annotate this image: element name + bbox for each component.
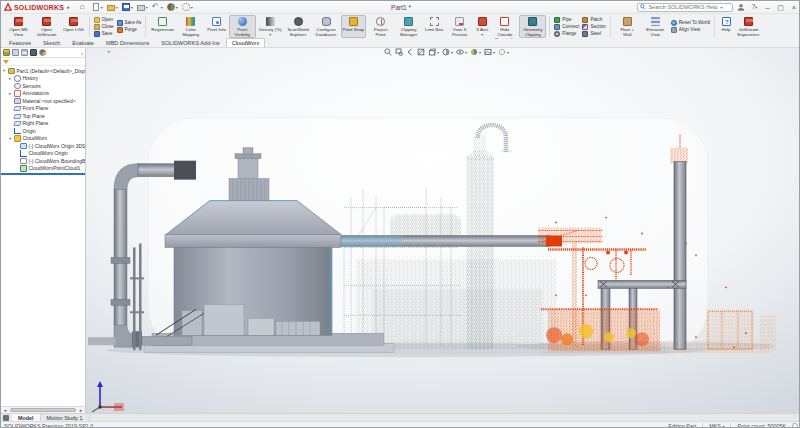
view-settings-icon[interactable]: ▾ <box>498 48 509 56</box>
view-orientation-icon[interactable]: ▾ <box>428 48 439 56</box>
featuremanager-tree-tab[interactable] <box>3 49 10 56</box>
display-style-icon[interactable]: ▾ <box>442 48 453 56</box>
ribbon-scanworld-explorer-button[interactable]: ScanWorld Explorer <box>285 15 312 38</box>
dimxpertmanager-tab[interactable] <box>30 49 37 56</box>
ribbon-save-as-button[interactable]: Save As <box>116 20 143 26</box>
tab-solidworks-add-ins[interactable]: SOLIDWORKS Add-Ins <box>155 38 225 47</box>
zoom-area-icon[interactable] <box>395 48 403 56</box>
ribbon-color-mapping-button[interactable]: Color Mapping <box>177 15 204 38</box>
ribbon-limit-box-button[interactable]: Limit Box <box>423 15 445 38</box>
ribbon-clipping-manager-button[interactable]: Clipping Manager <box>395 15 422 38</box>
ribbon-open-jetstream-button[interactable]: Open JetStream <box>33 15 60 38</box>
ribbon-save-button[interactable]: Save <box>93 31 115 37</box>
configurationmanager-tab[interactable] <box>21 49 28 56</box>
options-button[interactable]: ▾ <box>182 3 193 11</box>
tree-item-cloudworx-folder[interactable]: ▾CloudWorx <box>1 135 85 143</box>
close-button[interactable]: × <box>790 3 798 12</box>
ribbon-help-button[interactable]: Help <box>718 15 734 38</box>
tree-item-part-root[interactable]: ▾Part1 (Default<<Default>_Display Sta <box>1 67 85 75</box>
apply-scene-icon[interactable]: ▾ <box>484 48 495 56</box>
search-input[interactable] <box>648 4 718 10</box>
tab-evaluate[interactable]: Evaluate <box>66 38 100 47</box>
tab-mbd-dimensions[interactable]: MBD Dimensions <box>100 38 155 47</box>
tree-item-material[interactable]: Material <not specified> <box>1 97 85 105</box>
ribbon-align-view-button[interactable]: Align View <box>670 27 711 33</box>
status-gear-icon[interactable] <box>792 423 798 428</box>
tree-item-cloudworx-origin-3dsketch[interactable]: (-) CloudWorx Origin 3DSketc <box>1 142 85 150</box>
ribbon-open-ms-view-button[interactable]: Open MS View <box>5 15 32 38</box>
tree-item-top-plane[interactable]: Top Plane <box>1 112 85 120</box>
propertymanager-tab[interactable] <box>12 49 19 56</box>
ribbon-flange-button[interactable]: Flange <box>553 31 580 37</box>
ribbon-geometry-clipping-button[interactable]: Geometry Clipping <box>519 15 546 38</box>
ribbon-configure-databases-button[interactable]: Configure Databases <box>313 15 340 38</box>
section-view-icon[interactable] <box>417 48 425 56</box>
graphics-viewport[interactable]: ▸ ▾ ▾ ▾ ▾ ▾ ▾ <box>86 48 800 413</box>
viewport-canvas[interactable] <box>86 48 800 413</box>
tree-item-cloudworx-boundingbox[interactable]: (-) CloudWorx BoundingBox <box>1 157 85 165</box>
panel-horizontal-scrollbar[interactable]: ◂ ▸ <box>1 406 85 413</box>
ribbon-density-button[interactable]: Density (%)▾ <box>257 15 284 38</box>
tree-item-sensors[interactable]: Sensors <box>1 82 85 90</box>
ribbon-x-axis-button[interactable]: X Axis▾ <box>474 15 490 38</box>
zoom-fit-icon[interactable] <box>384 48 392 56</box>
help-button[interactable]: ?▾ <box>749 2 759 12</box>
tree-item-history[interactable]: ▸History <box>1 75 85 83</box>
rollback-bar[interactable] <box>1 173 85 175</box>
tab-motion-study[interactable]: Motion Study 1 <box>41 414 90 421</box>
ribbon-view-x-positive-button[interactable]: View X Positive▾ <box>446 15 473 38</box>
tree-item-origin[interactable]: Origin <box>1 127 85 135</box>
panel-tabs-overflow-icon[interactable]: › <box>81 50 83 56</box>
ribbon-project-point-button[interactable]: Project Point <box>367 15 394 38</box>
ribbon-open-lgs-button[interactable]: Open LGS <box>61 15 86 38</box>
ribbon-steel-button[interactable]: Steel <box>581 31 606 37</box>
new-document-button[interactable]: ▾ <box>92 3 103 11</box>
ribbon-floor-wall-button[interactable]: Floor + Wall▾ <box>614 15 641 38</box>
minimize-button[interactable]: – <box>763 3 771 12</box>
ribbon-hide-outside-rectangle-button[interactable]: Hide Outside Rectangle <box>491 15 518 38</box>
featuremanager-flyout-arrow[interactable]: ▸ <box>108 48 111 54</box>
tree-filter-row[interactable] <box>1 58 85 66</box>
tab-sketch[interactable]: Sketch <box>37 38 66 47</box>
ribbon-point-snap-button[interactable]: Point Snap <box>341 15 366 38</box>
rebuild-button[interactable]: ▾ <box>167 3 178 11</box>
ribbon-close-button[interactable]: Close <box>93 24 115 30</box>
ribbon-pipe-button[interactable]: Pipe <box>553 17 580 23</box>
ribbon-reset-to-world-button[interactable]: Reset To World <box>670 20 711 26</box>
tab-cloudworx[interactable]: CloudWorx <box>226 38 266 47</box>
displaymanager-tab[interactable] <box>39 49 46 56</box>
ribbon-point-visibility-button[interactable]: Point Visibility <box>229 15 256 38</box>
cad-horizontal-pipe[interactable] <box>332 235 562 246</box>
tab-model[interactable]: Model <box>12 414 41 421</box>
ribbon-section-button[interactable]: Section <box>581 24 606 30</box>
ribbon-connect-button[interactable]: Connect <box>553 24 580 30</box>
tree-item-front-plane[interactable]: Front Plane <box>1 105 85 113</box>
units-selector[interactable]: MKS ▾ <box>709 423 724 428</box>
ribbon-elevation-view-button[interactable]: Elevation View <box>642 15 669 38</box>
tree-item-cloudworx-origin[interactable]: CloudWorx Origin <box>1 150 85 158</box>
user-account-icon[interactable] <box>737 3 745 11</box>
tab-features[interactable]: Features <box>3 38 37 47</box>
tree-item-annotations[interactable]: ▸Annotations <box>1 90 85 98</box>
scrollbar-thumb[interactable] <box>10 408 76 412</box>
edit-appearance-icon[interactable]: ▾ <box>470 48 481 56</box>
tree-item-right-plane[interactable]: Right Plane <box>1 120 85 128</box>
tree-item-cloudworx-pointcloud[interactable]: CloudWorxPointCloud1 <box>1 165 85 173</box>
ribbon-purge-button[interactable]: Purge <box>116 27 143 33</box>
ribbon-patch-button[interactable]: Patch <box>581 17 606 23</box>
undo-button[interactable]: ↶▾ <box>152 3 163 11</box>
help-search-box[interactable]: ▾ <box>637 3 733 12</box>
print-button[interactable]: ▾ <box>137 3 148 11</box>
tab-scroll-icon[interactable] <box>3 415 9 421</box>
ribbon-open-button[interactable]: Open <box>93 17 115 23</box>
restore-button[interactable]: ▢ <box>775 3 786 12</box>
ribbon-jetstream-experience-button[interactable]: JetStream Experience <box>735 15 762 38</box>
save-button[interactable]: ▾ <box>122 3 133 11</box>
menu-pin-icon[interactable]: ▸ <box>67 4 70 10</box>
open-button[interactable]: ▾ <box>107 3 118 11</box>
hide-show-items-icon[interactable]: ▾ <box>456 48 467 56</box>
previous-view-icon[interactable] <box>406 48 414 56</box>
home-button[interactable]: ⌂ <box>80 3 88 11</box>
ribbon-point-info-button[interactable]: Point Info <box>205 15 228 38</box>
ribbon-regenerate-button[interactable]: Regenerate <box>149 15 176 38</box>
